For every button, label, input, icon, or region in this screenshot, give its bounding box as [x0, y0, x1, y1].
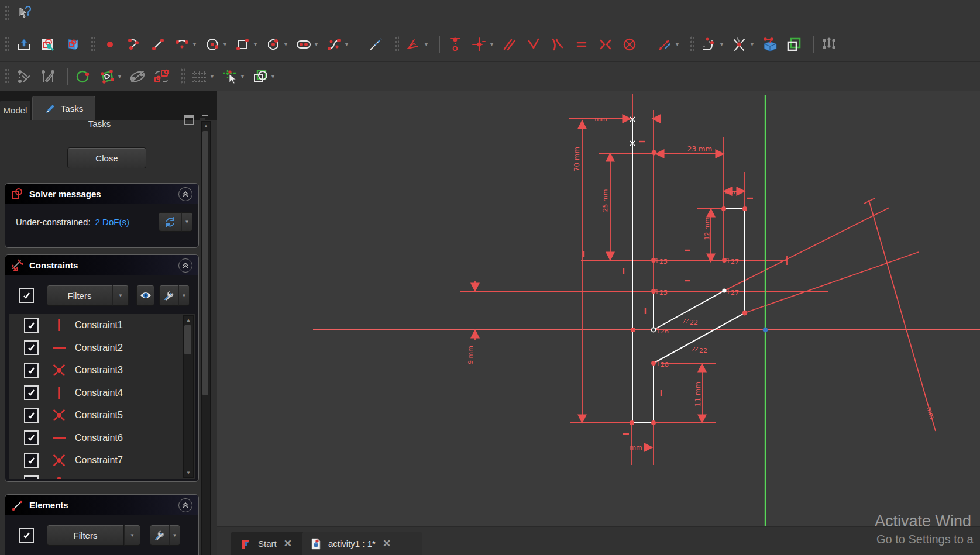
- dimension-button[interactable]: [655, 34, 675, 55]
- constrain-equal-button[interactable]: [572, 34, 592, 55]
- create-slot-button[interactable]: [294, 34, 314, 55]
- constraints-settings-dropdown[interactable]: ▼: [178, 285, 190, 306]
- constrain-coincident-button[interactable]: [445, 34, 465, 55]
- solver-dropdown[interactable]: ▼: [181, 212, 192, 232]
- constraint-checkbox[interactable]: [24, 453, 39, 468]
- toggle-grid-button[interactable]: [190, 66, 209, 87]
- whats-this-button[interactable]: [14, 3, 34, 24]
- create-rectangle-button[interactable]: [233, 34, 253, 55]
- elements-master-checkbox[interactable]: [19, 528, 34, 543]
- scroll-up-icon[interactable]: ▲: [202, 122, 210, 130]
- point-on-object-dropdown[interactable]: ▼: [488, 34, 496, 55]
- toggle-driving-constraint-button[interactable]: [819, 34, 839, 55]
- slot-dropdown[interactable]: ▼: [312, 34, 320, 55]
- render-order-dropdown[interactable]: ▼: [269, 66, 277, 87]
- fillet-dropdown[interactable]: ▼: [718, 34, 725, 55]
- constraint-checkbox[interactable]: [24, 340, 39, 355]
- toolbar-grip[interactable]: [5, 36, 9, 53]
- create-line-button[interactable]: [148, 34, 168, 55]
- polygon-dropdown[interactable]: ▼: [282, 34, 290, 55]
- toolbar-grip[interactable]: [180, 68, 185, 85]
- dimension-angular-button[interactable]: [404, 34, 424, 55]
- close-tab-icon[interactable]: ✕: [284, 537, 292, 550]
- external-geometry-button[interactable]: [760, 34, 780, 55]
- collapse-chevron-icon[interactable]: [178, 187, 192, 201]
- constraints-filters-button[interactable]: Filters: [47, 285, 112, 306]
- circle-dropdown[interactable]: ▼: [221, 34, 229, 55]
- panel-scrollbar[interactable]: ▲: [201, 121, 211, 555]
- constraints-scroll-thumb[interactable]: [184, 325, 191, 354]
- toolbar-grip[interactable]: [690, 36, 694, 53]
- constraints-scrollbar[interactable]: ▲ ▼: [183, 315, 194, 478]
- view-section-button[interactable]: [62, 34, 82, 55]
- constrain-symmetric-button[interactable]: [596, 34, 615, 55]
- create-fillet-button[interactable]: [699, 34, 719, 55]
- collapse-chevron-icon[interactable]: [178, 258, 192, 273]
- trim-edge-button[interactable]: [730, 34, 749, 55]
- toggle-construction-button[interactable]: [366, 34, 386, 55]
- constraint-row[interactable]: Constraint5: [9, 404, 195, 427]
- constraint-checkbox[interactable]: [24, 408, 39, 423]
- update-solver-button[interactable]: [159, 212, 181, 232]
- constraints-master-checkbox[interactable]: [19, 288, 34, 303]
- constraint-checkbox[interactable]: [24, 430, 39, 445]
- dimension-dropdown[interactable]: ▼: [673, 34, 681, 55]
- clone-button[interactable]: [38, 66, 58, 87]
- constraints-filters-dropdown[interactable]: ▼: [112, 285, 129, 306]
- grid-dropdown[interactable]: ▼: [208, 66, 216, 87]
- show-hide-constraints-button[interactable]: [136, 285, 154, 306]
- rectangle-dropdown[interactable]: ▼: [252, 34, 259, 55]
- sketch-viewport[interactable]: 70 mm 25 mm 23 mm 12 mm 9 mm 11 mm mm mm…: [217, 91, 980, 526]
- constrain-perpendicular-button[interactable]: [524, 34, 544, 55]
- toolbar-grip[interactable]: [91, 36, 95, 53]
- bspline-control-polygon-button[interactable]: [97, 66, 117, 87]
- constraint-checkbox[interactable]: [24, 318, 39, 333]
- bspline-knot-multiplicity-button[interactable]: [152, 66, 171, 87]
- constraint-row[interactable]: Constraint6: [9, 427, 195, 450]
- bspline-dropdown[interactable]: ▼: [343, 34, 350, 55]
- dof-link[interactable]: 2 DoF(s): [95, 217, 129, 227]
- leave-sketch-button[interactable]: [14, 34, 34, 55]
- constraint-row[interactable]: Constraint2: [9, 337, 195, 360]
- toolbar-grip[interactable]: [5, 5, 9, 22]
- constraint-row[interactable]: Constraint4: [9, 382, 195, 405]
- create-polyline-button[interactable]: [124, 34, 144, 55]
- constraints-settings-button[interactable]: [159, 285, 178, 306]
- constraint-checkbox[interactable]: [24, 475, 39, 479]
- toolbar-grip[interactable]: [5, 68, 9, 85]
- toolbar-grip[interactable]: [394, 36, 399, 53]
- trim-dropdown[interactable]: ▼: [748, 34, 756, 55]
- create-circle-button[interactable]: [202, 34, 222, 55]
- create-point-button[interactable]: [100, 34, 120, 55]
- elements-filters-dropdown[interactable]: ▼: [124, 525, 140, 546]
- elements-settings-button[interactable]: [150, 525, 169, 546]
- elements-settings-dropdown[interactable]: ▼: [169, 525, 180, 546]
- elements-header[interactable]: Elements: [5, 495, 198, 515]
- constrain-tangent-button[interactable]: [548, 34, 568, 55]
- collapse-chevron-icon[interactable]: [178, 498, 192, 512]
- origin-point[interactable]: [763, 328, 768, 333]
- scroll-up-icon[interactable]: ▲: [184, 316, 193, 324]
- constrain-parallel-button[interactable]: [500, 34, 520, 55]
- carbon-copy-button[interactable]: [784, 34, 804, 55]
- solver-messages-header[interactable]: Solver messages: [5, 184, 198, 204]
- tab-activity1[interactable]: activity1 : 1* ✕: [302, 532, 422, 555]
- constraint-checkbox[interactable]: [24, 385, 39, 400]
- sketch-points[interactable]: [630, 117, 768, 425]
- toggle-snap-button[interactable]: [220, 66, 240, 87]
- constraints-header[interactable]: Constraints: [5, 255, 198, 275]
- constraint-checkbox[interactable]: [24, 363, 39, 378]
- bspline-control-polygon-dropdown[interactable]: ▼: [116, 66, 123, 87]
- create-bspline-button[interactable]: [324, 34, 344, 55]
- tab-tasks[interactable]: Tasks: [32, 96, 95, 120]
- elements-filters-button[interactable]: Filters: [47, 525, 124, 546]
- constraint-row[interactable]: Constraint7: [9, 449, 195, 472]
- render-order-button[interactable]: [250, 66, 270, 87]
- dock-icon[interactable]: [184, 115, 194, 125]
- scroll-down-icon[interactable]: ▼: [184, 469, 193, 477]
- constrain-block-button[interactable]: [620, 34, 639, 55]
- constraint-row[interactable]: Constraint1: [9, 314, 195, 337]
- create-arc-button[interactable]: [172, 34, 192, 55]
- constraint-row[interactable]: Constraint3: [9, 359, 195, 382]
- sketch-geometry[interactable]: [632, 119, 745, 423]
